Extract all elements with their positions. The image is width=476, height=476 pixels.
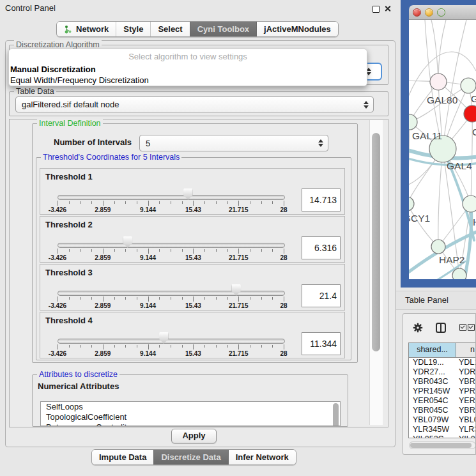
network-node[interactable]	[409, 197, 414, 211]
network-edge[interactable]	[409, 204, 438, 247]
number-of-intervals-combo[interactable]: 5	[139, 135, 328, 151]
threshold-3-slider[interactable]	[58, 284, 284, 297]
table-data-combo[interactable]: galFiltered.sif default node	[15, 96, 374, 112]
apply-button[interactable]: Apply	[171, 429, 217, 443]
threshold-label: Threshold 1	[45, 172, 93, 181]
network-edge[interactable]	[431, 20, 438, 82]
panel-title: Control Panel	[5, 0, 56, 17]
checkbox-icon[interactable]	[459, 324, 466, 331]
column-header-name[interactable]: n	[456, 343, 476, 357]
columns-icon[interactable]	[435, 322, 447, 335]
node-label: HAP2	[439, 254, 465, 265]
network-view-window: GAL80G.CGAL11GAL4GCY1HHAP2	[401, 0, 476, 288]
table-panel: shared... n YDL19...YDL1YDR27...YDR2YBR0…	[403, 313, 476, 455]
slider-track[interactable]	[58, 195, 285, 200]
network-node[interactable]	[431, 240, 445, 254]
table-body: YDL19...YDL1YDR27...YDR2YBR043CYBR0YPR14…	[409, 358, 476, 438]
control-panel-tabbar: Network Style Select Cyni Toolbox jActiv…	[56, 21, 339, 37]
network-window-titlebar[interactable]	[409, 5, 476, 20]
tab-label: Network	[76, 24, 109, 34]
threshold-3-panel: Threshold 3 -3.4262.8599.14415.4321.7152…	[40, 264, 345, 311]
table-row[interactable]: YER054CYER0	[409, 396, 476, 406]
slider-track[interactable]	[58, 339, 285, 344]
slider-track[interactable]	[58, 243, 285, 248]
numerical-attributes-list[interactable]: SelfLoopsTopologicalCoefficientBetweenne…	[40, 401, 341, 426]
threshold-1-slider[interactable]	[58, 188, 284, 201]
gear-icon[interactable]	[412, 322, 424, 335]
threshold-2-slider[interactable]	[58, 236, 284, 249]
number-of-intervals-label: Number of Intervals	[54, 137, 132, 147]
node-label: GAL4	[447, 160, 472, 171]
minimize-window-icon[interactable]	[425, 8, 433, 17]
table-row[interactable]: YPR145WYPR1	[409, 387, 476, 396]
column-header-shared-name[interactable]: shared...	[409, 343, 456, 357]
slider-tick-labels: -3.4262.8599.14415.4321.71528	[58, 350, 284, 357]
table-row[interactable]: YBR045CYBR0	[409, 406, 476, 415]
node-table[interactable]: shared... n YDL19...YDL1YDR27...YDR2YBR0…	[408, 342, 476, 438]
table-row[interactable]: YDR27...YDR2	[409, 367, 476, 377]
tab-network[interactable]: Network	[57, 22, 116, 36]
node-label: GAL80	[427, 95, 458, 105]
group-label: Discretization Algorithm	[14, 40, 102, 49]
node-label: G.	[471, 93, 476, 104]
zoom-window-icon[interactable]	[437, 8, 445, 17]
threshold-3-value[interactable]: 21.4	[302, 284, 341, 307]
popup-option-equal-width-frequency[interactable]: Equal Width/Frequency Discretization	[9, 75, 367, 86]
scrollbar-thumb[interactable]	[410, 443, 472, 448]
tab-label: Impute Data	[99, 452, 146, 462]
node-label: GCY1	[409, 213, 430, 224]
tab-discretize-data[interactable]: Discretize Data	[153, 450, 227, 464]
network-node[interactable]	[452, 268, 466, 279]
table-hscrollbar[interactable]	[409, 441, 476, 449]
network-node[interactable]	[430, 73, 447, 90]
table-row[interactable]: YIL052CYIL0	[409, 434, 476, 438]
slider-ticks	[58, 201, 284, 206]
network-icon	[64, 25, 72, 34]
network-edge[interactable]	[409, 122, 410, 204]
attribute-list-item[interactable]: TopologicalCoefficient	[41, 412, 340, 422]
tab-style[interactable]: Style	[116, 22, 150, 36]
tab-select[interactable]: Select	[150, 22, 189, 36]
network-node[interactable]	[463, 196, 476, 212]
group-label: Attributes to discretize	[37, 370, 119, 379]
slider-ticks	[58, 344, 284, 350]
group-label: Interval Definition	[37, 119, 103, 128]
close-window-icon[interactable]	[413, 8, 421, 17]
list-scrollbar-thumb[interactable]	[333, 403, 339, 426]
table-row[interactable]: YDL19...YDL1	[409, 358, 476, 367]
tab-impute-data[interactable]: Impute Data	[92, 450, 153, 464]
tab-label: Style	[123, 24, 143, 34]
stepper-arrows-icon	[362, 101, 371, 109]
threshold-4-value[interactable]: 11.344	[302, 332, 341, 355]
attribute-list-item[interactable]: BetweennessCentrality	[41, 422, 340, 426]
table-row[interactable]: YLR345WYLR3	[409, 425, 476, 434]
group-label: Threshold's Coordinates for 5 Intervals	[41, 153, 181, 162]
checkbox-icon[interactable]	[468, 324, 475, 331]
scrollbar-thumb[interactable]	[372, 133, 380, 351]
threshold-2-value[interactable]: 6.316	[302, 236, 341, 259]
close-icon[interactable]	[384, 5, 391, 12]
network-node[interactable]	[461, 78, 476, 93]
popup-option-manual-discretization[interactable]: Manual Discretization	[9, 64, 367, 75]
slider-tick-labels: -3.4262.8599.14415.4321.71528	[58, 302, 284, 309]
settings-scrollbar[interactable]	[369, 120, 383, 425]
network-edge[interactable]	[438, 20, 446, 82]
table-row[interactable]: YBR043CYBR0	[409, 377, 476, 387]
tab-infer-network[interactable]: Infer Network	[228, 450, 296, 464]
threshold-4-panel: Threshold 4 -3.4262.8599.14415.4321.7152…	[40, 312, 345, 358]
threshold-1-value[interactable]: 14.713	[302, 188, 341, 211]
slider-track[interactable]	[58, 291, 285, 296]
tab-cyni-toolbox[interactable]: Cyni Toolbox	[190, 22, 256, 36]
tab-jactivemnodules[interactable]: jActiveMNodules	[256, 22, 338, 36]
table-panel-title: Table Panel	[405, 291, 449, 309]
attribute-list-item[interactable]: SelfLoops	[41, 402, 340, 412]
network-node[interactable]	[464, 105, 476, 122]
slider-ticks	[58, 249, 284, 254]
tab-label: Infer Network	[236, 452, 289, 462]
float-window-icon[interactable]	[372, 6, 380, 13]
threshold-4-slider[interactable]	[58, 332, 284, 345]
tab-label: jActiveMNodules	[264, 24, 331, 34]
table-row[interactable]: YBL079WYBL0	[409, 415, 476, 425]
table-header: shared... n	[409, 343, 476, 358]
network-canvas[interactable]: GAL80G.CGAL11GAL4GCY1HHAP2	[409, 20, 476, 279]
